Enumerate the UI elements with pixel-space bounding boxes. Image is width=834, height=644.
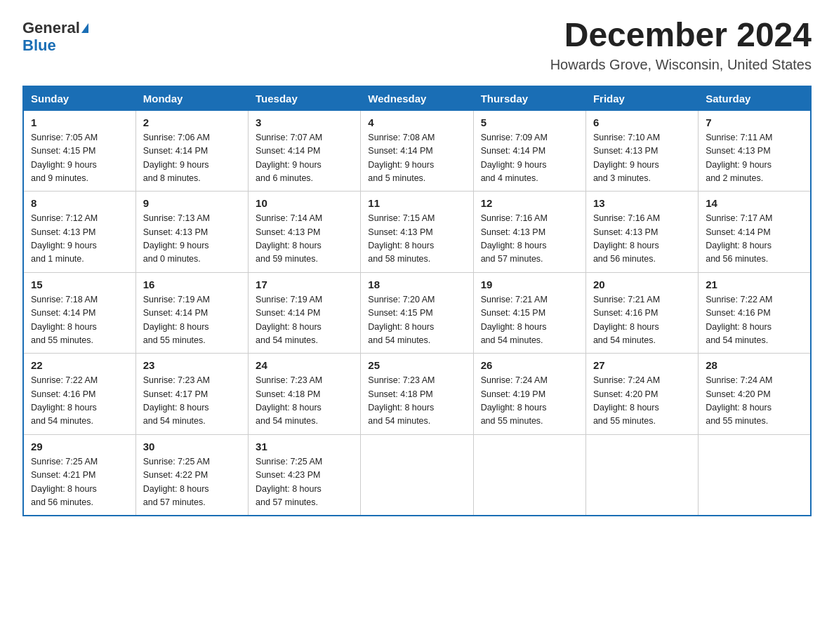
day-header-wednesday: Wednesday xyxy=(361,86,473,111)
day-number: 2 xyxy=(143,116,241,128)
day-number: 12 xyxy=(481,197,578,209)
day-header-tuesday: Tuesday xyxy=(249,86,361,111)
day-info: Sunrise: 7:18 AMSunset: 4:14 PMDaylight:… xyxy=(31,295,98,345)
day-number: 18 xyxy=(368,279,465,290)
day-info: Sunrise: 7:09 AMSunset: 4:14 PMDaylight:… xyxy=(481,133,548,183)
logo-blue: Blue xyxy=(22,36,56,55)
calendar-cell: 12 Sunrise: 7:16 AMSunset: 4:13 PMDaylig… xyxy=(473,192,585,273)
calendar-cell: 15 Sunrise: 7:18 AMSunset: 4:14 PMDaylig… xyxy=(23,272,135,354)
day-number: 1 xyxy=(31,116,128,128)
week-row-2: 8 Sunrise: 7:12 AMSunset: 4:13 PMDayligh… xyxy=(23,192,811,273)
day-number: 4 xyxy=(368,116,465,128)
calendar-cell: 5 Sunrise: 7:09 AMSunset: 4:14 PMDayligh… xyxy=(473,110,585,192)
day-number: 16 xyxy=(143,279,241,290)
calendar-cell: 11 Sunrise: 7:15 AMSunset: 4:13 PMDaylig… xyxy=(361,192,473,273)
calendar-cell: 17 Sunrise: 7:19 AMSunset: 4:14 PMDaylig… xyxy=(249,272,361,354)
week-row-1: 1 Sunrise: 7:05 AMSunset: 4:15 PMDayligh… xyxy=(23,110,811,192)
calendar-cell: 9 Sunrise: 7:13 AMSunset: 4:13 PMDayligh… xyxy=(135,192,248,273)
calendar-cell: 14 Sunrise: 7:17 AMSunset: 4:14 PMDaylig… xyxy=(699,192,811,273)
day-info: Sunrise: 7:19 AMSunset: 4:14 PMDaylight:… xyxy=(256,295,322,345)
calendar-cell xyxy=(361,434,473,516)
calendar-cell: 1 Sunrise: 7:05 AMSunset: 4:15 PMDayligh… xyxy=(23,110,135,192)
day-number: 14 xyxy=(706,197,803,209)
month-title: December 2024 xyxy=(550,17,812,54)
calendar-cell: 28 Sunrise: 7:24 AMSunset: 4:20 PMDaylig… xyxy=(699,354,811,435)
day-info: Sunrise: 7:24 AMSunset: 4:20 PMDaylight:… xyxy=(593,375,660,426)
calendar-cell: 18 Sunrise: 7:20 AMSunset: 4:15 PMDaylig… xyxy=(361,272,473,354)
day-info: Sunrise: 7:23 AMSunset: 4:17 PMDaylight:… xyxy=(143,375,210,426)
day-number: 28 xyxy=(706,359,803,371)
day-number: 15 xyxy=(31,279,128,290)
day-header-thursday: Thursday xyxy=(473,86,585,111)
day-number: 30 xyxy=(143,441,241,452)
day-number: 25 xyxy=(368,359,465,371)
day-info: Sunrise: 7:17 AMSunset: 4:14 PMDaylight:… xyxy=(706,213,772,264)
day-number: 31 xyxy=(256,441,353,452)
days-header-row: SundayMondayTuesdayWednesdayThursdayFrid… xyxy=(23,86,811,111)
calendar-cell: 8 Sunrise: 7:12 AMSunset: 4:13 PMDayligh… xyxy=(23,192,135,273)
day-info: Sunrise: 7:07 AMSunset: 4:14 PMDaylight:… xyxy=(256,133,322,183)
day-info: Sunrise: 7:12 AMSunset: 4:13 PMDaylight:… xyxy=(31,213,98,264)
calendar-cell: 16 Sunrise: 7:19 AMSunset: 4:14 PMDaylig… xyxy=(135,272,248,354)
page-header: General Blue December 2024 Howards Grove… xyxy=(22,17,812,73)
calendar-cell: 25 Sunrise: 7:23 AMSunset: 4:18 PMDaylig… xyxy=(361,354,473,435)
day-info: Sunrise: 7:10 AMSunset: 4:13 PMDaylight:… xyxy=(593,133,660,183)
day-info: Sunrise: 7:08 AMSunset: 4:14 PMDaylight:… xyxy=(368,133,435,183)
week-row-5: 29 Sunrise: 7:25 AMSunset: 4:21 PMDaylig… xyxy=(23,434,811,516)
day-info: Sunrise: 7:25 AMSunset: 4:23 PMDaylight:… xyxy=(256,457,322,507)
day-number: 3 xyxy=(256,116,353,128)
calendar-cell: 24 Sunrise: 7:23 AMSunset: 4:18 PMDaylig… xyxy=(249,354,361,435)
calendar-cell: 19 Sunrise: 7:21 AMSunset: 4:15 PMDaylig… xyxy=(473,272,585,354)
logo-general: General xyxy=(22,20,80,36)
day-info: Sunrise: 7:22 AMSunset: 4:16 PMDaylight:… xyxy=(31,375,98,426)
day-info: Sunrise: 7:16 AMSunset: 4:13 PMDaylight:… xyxy=(593,213,660,264)
day-info: Sunrise: 7:22 AMSunset: 4:16 PMDaylight:… xyxy=(706,295,772,345)
day-number: 21 xyxy=(706,279,803,290)
day-info: Sunrise: 7:11 AMSunset: 4:13 PMDaylight:… xyxy=(706,133,772,183)
location-title: Howards Grove, Wisconsin, United States xyxy=(550,57,812,73)
day-number: 6 xyxy=(593,116,691,128)
calendar-cell: 10 Sunrise: 7:14 AMSunset: 4:13 PMDaylig… xyxy=(249,192,361,273)
day-info: Sunrise: 7:13 AMSunset: 4:13 PMDaylight:… xyxy=(143,213,210,264)
calendar-cell: 27 Sunrise: 7:24 AMSunset: 4:20 PMDaylig… xyxy=(585,354,698,435)
calendar-cell: 3 Sunrise: 7:07 AMSunset: 4:14 PMDayligh… xyxy=(249,110,361,192)
calendar-cell: 30 Sunrise: 7:25 AMSunset: 4:22 PMDaylig… xyxy=(135,434,248,516)
day-header-monday: Monday xyxy=(135,86,248,111)
day-info: Sunrise: 7:05 AMSunset: 4:15 PMDaylight:… xyxy=(31,133,98,183)
calendar-cell: 26 Sunrise: 7:24 AMSunset: 4:19 PMDaylig… xyxy=(473,354,585,435)
day-number: 17 xyxy=(256,279,353,290)
calendar-cell: 22 Sunrise: 7:22 AMSunset: 4:16 PMDaylig… xyxy=(23,354,135,435)
day-info: Sunrise: 7:25 AMSunset: 4:22 PMDaylight:… xyxy=(143,457,210,507)
day-header-sunday: Sunday xyxy=(23,86,135,111)
day-number: 7 xyxy=(706,116,803,128)
day-info: Sunrise: 7:19 AMSunset: 4:14 PMDaylight:… xyxy=(143,295,210,345)
day-info: Sunrise: 7:21 AMSunset: 4:15 PMDaylight:… xyxy=(481,295,548,345)
day-number: 19 xyxy=(481,279,578,290)
day-info: Sunrise: 7:14 AMSunset: 4:13 PMDaylight:… xyxy=(256,213,322,264)
logo: General Blue xyxy=(22,17,88,55)
calendar-cell: 21 Sunrise: 7:22 AMSunset: 4:16 PMDaylig… xyxy=(699,272,811,354)
day-info: Sunrise: 7:16 AMSunset: 4:13 PMDaylight:… xyxy=(481,213,548,264)
day-info: Sunrise: 7:15 AMSunset: 4:13 PMDaylight:… xyxy=(368,213,435,264)
day-info: Sunrise: 7:24 AMSunset: 4:19 PMDaylight:… xyxy=(481,375,548,426)
day-number: 8 xyxy=(31,197,128,209)
day-info: Sunrise: 7:06 AMSunset: 4:14 PMDaylight:… xyxy=(143,133,210,183)
calendar-cell: 2 Sunrise: 7:06 AMSunset: 4:14 PMDayligh… xyxy=(135,110,248,192)
calendar-cell: 31 Sunrise: 7:25 AMSunset: 4:23 PMDaylig… xyxy=(249,434,361,516)
day-info: Sunrise: 7:21 AMSunset: 4:16 PMDaylight:… xyxy=(593,295,660,345)
day-info: Sunrise: 7:20 AMSunset: 4:15 PMDaylight:… xyxy=(368,295,435,345)
calendar-cell: 7 Sunrise: 7:11 AMSunset: 4:13 PMDayligh… xyxy=(699,110,811,192)
calendar-cell xyxy=(585,434,698,516)
day-header-friday: Friday xyxy=(585,86,698,111)
day-number: 13 xyxy=(593,197,691,209)
day-info: Sunrise: 7:25 AMSunset: 4:21 PMDaylight:… xyxy=(31,457,98,507)
calendar-cell: 23 Sunrise: 7:23 AMSunset: 4:17 PMDaylig… xyxy=(135,354,248,435)
calendar-cell: 20 Sunrise: 7:21 AMSunset: 4:16 PMDaylig… xyxy=(585,272,698,354)
day-number: 26 xyxy=(481,359,578,371)
day-number: 23 xyxy=(143,359,241,371)
calendar-cell: 6 Sunrise: 7:10 AMSunset: 4:13 PMDayligh… xyxy=(585,110,698,192)
day-number: 27 xyxy=(593,359,691,371)
day-number: 22 xyxy=(31,359,128,371)
day-number: 9 xyxy=(143,197,241,209)
calendar-cell: 4 Sunrise: 7:08 AMSunset: 4:14 PMDayligh… xyxy=(361,110,473,192)
